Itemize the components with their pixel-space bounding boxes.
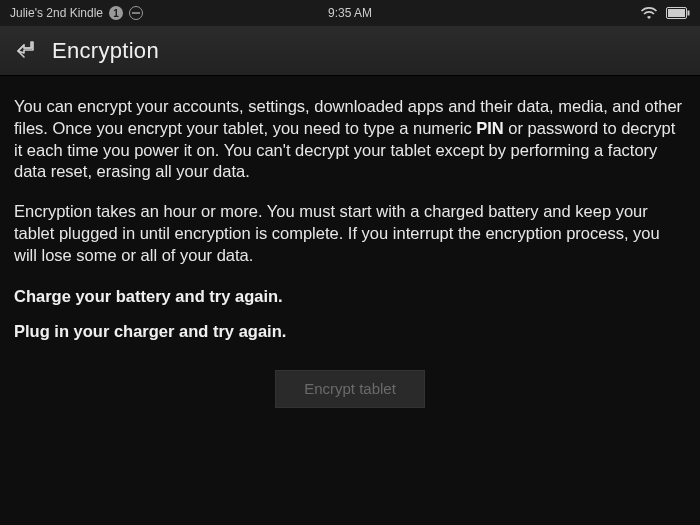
clock: 9:35 AM (328, 6, 372, 20)
description-paragraph-2: Encryption takes an hour or more. You mu… (14, 201, 686, 266)
charge-warning: Charge your battery and try again. (14, 284, 686, 309)
description-paragraph-1: You can encrypt your accounts, settings,… (14, 96, 686, 183)
encrypt-tablet-button: Encrypt tablet (275, 370, 425, 408)
back-icon[interactable] (14, 40, 36, 62)
page-title: Encryption (52, 38, 159, 64)
wifi-icon (640, 7, 658, 20)
notification-badge[interactable]: 1 (109, 6, 123, 20)
battery-icon (666, 7, 690, 19)
svg-rect-3 (688, 11, 690, 16)
p1-bold: PIN (476, 119, 504, 137)
status-left: Julie's 2nd Kindle 1 (10, 6, 143, 20)
status-right (640, 7, 690, 20)
content: You can encrypt your accounts, settings,… (0, 76, 700, 525)
header: Encryption (0, 26, 700, 76)
status-bar: Julie's 2nd Kindle 1 9:35 AM (0, 0, 700, 26)
plug-warning: Plug in your charger and try again. (14, 319, 686, 344)
dnd-icon[interactable] (129, 6, 143, 20)
svg-rect-2 (668, 9, 685, 17)
device-name: Julie's 2nd Kindle (10, 6, 103, 20)
